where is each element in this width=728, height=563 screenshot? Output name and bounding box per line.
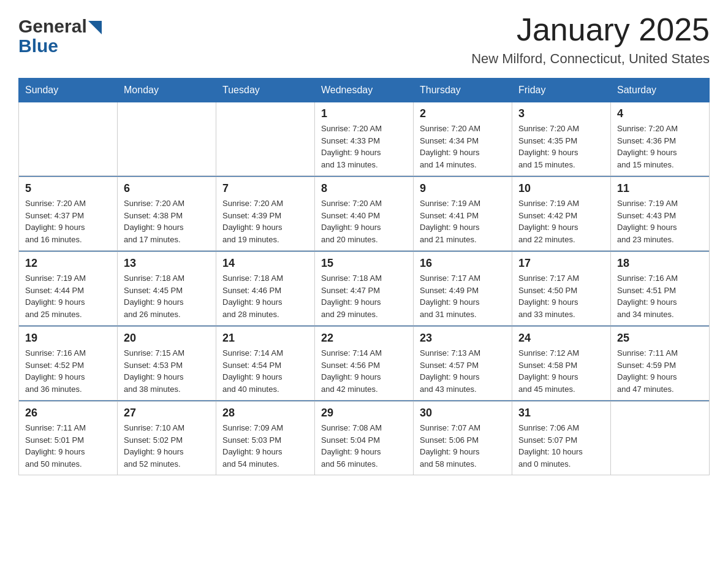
day-info: Sunrise: 7:20 AM Sunset: 4:38 PM Dayligh… [124,197,210,245]
calendar-cell [19,102,118,176]
day-info: Sunrise: 7:19 AM Sunset: 4:43 PM Dayligh… [617,197,703,245]
day-info: Sunrise: 7:07 AM Sunset: 5:06 PM Dayligh… [420,422,506,470]
calendar-header-friday: Friday [512,79,611,102]
day-number: 5 [25,182,111,195]
calendar-header-monday: Monday [118,79,216,102]
calendar-cell: 1Sunrise: 7:20 AM Sunset: 4:33 PM Daylig… [315,102,414,176]
calendar-cell: 22Sunrise: 7:14 AM Sunset: 4:56 PM Dayli… [315,327,414,400]
calendar-week-row: 19Sunrise: 7:16 AM Sunset: 4:52 PM Dayli… [19,327,710,400]
calendar-cell: 26Sunrise: 7:11 AM Sunset: 5:01 PM Dayli… [19,402,118,475]
day-info: Sunrise: 7:09 AM Sunset: 5:03 PM Dayligh… [222,422,308,470]
calendar-cell: 2Sunrise: 7:20 AM Sunset: 4:34 PM Daylig… [414,102,512,176]
calendar-cell: 8Sunrise: 7:20 AM Sunset: 4:40 PM Daylig… [315,177,414,251]
day-number: 22 [321,332,407,345]
day-number: 7 [222,182,308,195]
calendar-cell: 23Sunrise: 7:13 AM Sunset: 4:57 PM Dayli… [414,327,512,400]
logo-arrow-icon [88,21,102,34]
day-number: 6 [124,182,210,195]
day-info: Sunrise: 7:15 AM Sunset: 4:53 PM Dayligh… [124,347,210,395]
calendar-cell: 24Sunrise: 7:12 AM Sunset: 4:58 PM Dayli… [512,327,611,400]
day-number: 25 [617,332,703,345]
day-number: 10 [518,182,604,195]
calendar-cell: 5Sunrise: 7:20 AM Sunset: 4:37 PM Daylig… [19,177,118,251]
day-info: Sunrise: 7:20 AM Sunset: 4:33 PM Dayligh… [321,123,407,170]
calendar-cell [118,102,216,176]
day-number: 8 [321,182,407,195]
calendar-cell [216,102,315,176]
calendar-cell [611,402,710,475]
calendar-cell: 21Sunrise: 7:14 AM Sunset: 4:54 PM Dayli… [216,327,315,400]
calendar-cell: 17Sunrise: 7:17 AM Sunset: 4:50 PM Dayli… [512,252,611,326]
calendar-header-sunday: Sunday [19,79,118,102]
day-info: Sunrise: 7:20 AM Sunset: 4:40 PM Dayligh… [321,197,407,245]
calendar-cell: 12Sunrise: 7:19 AM Sunset: 4:44 PM Dayli… [19,252,118,326]
day-number: 21 [222,332,308,345]
calendar-week-row: 12Sunrise: 7:19 AM Sunset: 4:44 PM Dayli… [19,252,710,326]
calendar-cell: 11Sunrise: 7:19 AM Sunset: 4:43 PM Dayli… [611,177,710,251]
day-info: Sunrise: 7:19 AM Sunset: 4:44 PM Dayligh… [25,272,111,320]
calendar-cell: 9Sunrise: 7:19 AM Sunset: 4:41 PM Daylig… [414,177,512,251]
day-number: 4 [617,107,703,120]
day-number: 23 [420,332,506,345]
calendar-cell: 31Sunrise: 7:06 AM Sunset: 5:07 PM Dayli… [512,402,611,475]
day-number: 18 [617,257,703,270]
day-info: Sunrise: 7:16 AM Sunset: 4:51 PM Dayligh… [617,272,703,320]
day-number: 12 [25,257,111,270]
day-number: 28 [222,407,308,419]
day-number: 30 [420,407,506,419]
day-number: 2 [420,107,506,120]
svg-marker-0 [88,21,102,34]
day-number: 20 [124,332,210,345]
calendar-cell: 20Sunrise: 7:15 AM Sunset: 4:53 PM Dayli… [118,327,216,400]
day-info: Sunrise: 7:14 AM Sunset: 4:54 PM Dayligh… [222,347,308,395]
day-info: Sunrise: 7:18 AM Sunset: 4:46 PM Dayligh… [222,272,308,320]
calendar-header-wednesday: Wednesday [315,79,414,102]
day-number: 29 [321,407,407,419]
calendar-week-row: 26Sunrise: 7:11 AM Sunset: 5:01 PM Dayli… [19,402,710,475]
day-info: Sunrise: 7:17 AM Sunset: 4:50 PM Dayligh… [518,272,604,320]
day-info: Sunrise: 7:14 AM Sunset: 4:56 PM Dayligh… [321,347,407,395]
day-info: Sunrise: 7:10 AM Sunset: 5:02 PM Dayligh… [124,422,210,470]
calendar-header-tuesday: Tuesday [216,79,315,102]
calendar-cell: 4Sunrise: 7:20 AM Sunset: 4:36 PM Daylig… [611,102,710,176]
day-number: 1 [321,107,407,120]
day-info: Sunrise: 7:18 AM Sunset: 4:47 PM Dayligh… [321,272,407,320]
page-subtitle: New Milford, Connecticut, United States [471,51,710,67]
day-info: Sunrise: 7:20 AM Sunset: 4:36 PM Dayligh… [617,123,703,170]
day-number: 31 [518,407,604,419]
day-info: Sunrise: 7:11 AM Sunset: 4:59 PM Dayligh… [617,347,703,395]
calendar-week-row: 1Sunrise: 7:20 AM Sunset: 4:33 PM Daylig… [19,102,710,176]
calendar-header-row: SundayMondayTuesdayWednesdayThursdayFrid… [19,79,710,102]
day-info: Sunrise: 7:06 AM Sunset: 5:07 PM Dayligh… [518,422,604,470]
day-info: Sunrise: 7:08 AM Sunset: 5:04 PM Dayligh… [321,422,407,470]
calendar-cell: 13Sunrise: 7:18 AM Sunset: 4:45 PM Dayli… [118,252,216,326]
day-info: Sunrise: 7:17 AM Sunset: 4:49 PM Dayligh… [420,272,506,320]
calendar-header-saturday: Saturday [611,79,710,102]
day-info: Sunrise: 7:12 AM Sunset: 4:58 PM Dayligh… [518,347,604,395]
day-number: 3 [518,107,604,120]
day-number: 26 [25,407,111,419]
logo-blue-text: Blue [18,36,58,56]
calendar-cell: 27Sunrise: 7:10 AM Sunset: 5:02 PM Dayli… [118,402,216,475]
calendar-cell: 30Sunrise: 7:07 AM Sunset: 5:06 PM Dayli… [414,402,512,475]
day-number: 11 [617,182,703,195]
calendar-week-row: 5Sunrise: 7:20 AM Sunset: 4:37 PM Daylig… [19,177,710,251]
day-number: 16 [420,257,506,270]
day-info: Sunrise: 7:20 AM Sunset: 4:34 PM Dayligh… [420,123,506,170]
day-number: 13 [124,257,210,270]
day-info: Sunrise: 7:19 AM Sunset: 4:42 PM Dayligh… [518,197,604,245]
day-info: Sunrise: 7:20 AM Sunset: 4:35 PM Dayligh… [518,123,604,170]
calendar-cell: 14Sunrise: 7:18 AM Sunset: 4:46 PM Dayli… [216,252,315,326]
calendar-cell: 15Sunrise: 7:18 AM Sunset: 4:47 PM Dayli… [315,252,414,326]
day-info: Sunrise: 7:11 AM Sunset: 5:01 PM Dayligh… [25,422,111,470]
day-info: Sunrise: 7:20 AM Sunset: 4:37 PM Dayligh… [25,197,111,245]
calendar-cell: 7Sunrise: 7:20 AM Sunset: 4:39 PM Daylig… [216,177,315,251]
day-number: 24 [518,332,604,345]
day-info: Sunrise: 7:20 AM Sunset: 4:39 PM Dayligh… [222,197,308,245]
day-number: 19 [25,332,111,345]
calendar: SundayMondayTuesdayWednesdayThursdayFrid… [18,78,710,475]
calendar-cell: 6Sunrise: 7:20 AM Sunset: 4:38 PM Daylig… [118,177,216,251]
title-area: January 2025 New Milford, Connecticut, U… [471,12,710,67]
day-info: Sunrise: 7:18 AM Sunset: 4:45 PM Dayligh… [124,272,210,320]
calendar-cell: 28Sunrise: 7:09 AM Sunset: 5:03 PM Dayli… [216,402,315,475]
